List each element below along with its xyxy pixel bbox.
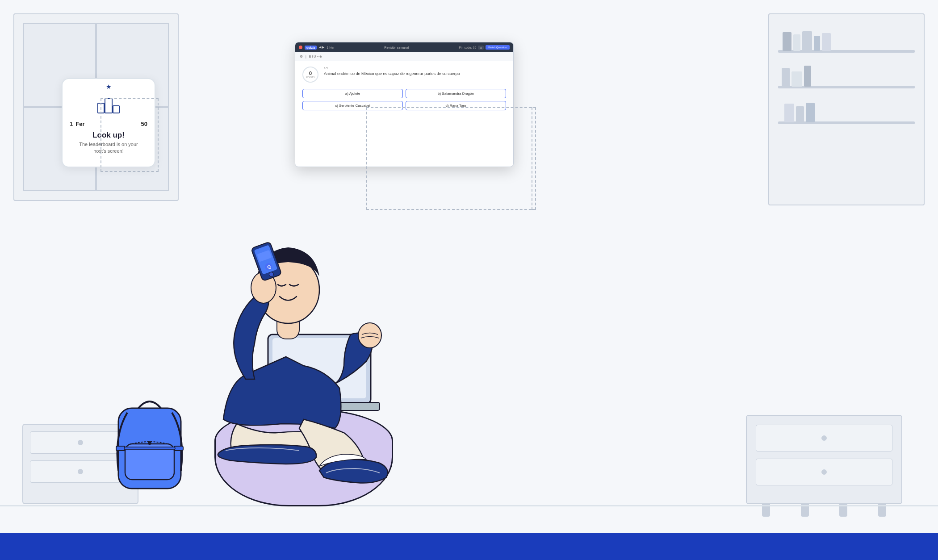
dresser-knob-bottom (821, 469, 827, 475)
book-1 (783, 32, 791, 51)
option-a[interactable]: a) Ajolote (302, 89, 403, 98)
rank-number: 1 (70, 121, 73, 127)
toolbar-items: B I U ≡ ⊕ (309, 55, 322, 59)
book-3 (802, 31, 812, 51)
book-11 (806, 103, 815, 122)
book-10 (796, 106, 804, 122)
option-a-label: a) Ajolote (345, 92, 360, 96)
option-b[interactable]: b) Salamandra Dragón (406, 89, 506, 98)
titlebar-left: quiziz ◀ ▶ 1 Ner (299, 46, 335, 50)
quiz-title: Revisión semanal (384, 46, 409, 49)
option-c-label: c) Serpiente Cascabel (335, 104, 370, 108)
dresser-right (746, 415, 902, 504)
book-9 (784, 104, 794, 122)
book-5 (822, 33, 831, 51)
timer-circle: 0 POINTS (302, 67, 318, 83)
question-area: 1/1 Animal endémico de México que es cap… (324, 67, 506, 77)
grid-btn[interactable]: ⊞ (478, 46, 484, 50)
bookshelf-area (778, 23, 915, 196)
person-illustration: Q (147, 160, 406, 509)
quiz-toolbar: ⚙ | B I U ≡ ⊕ (295, 52, 513, 61)
dresser-left-knob-2 (78, 469, 83, 474)
dresser-knob-top (821, 435, 827, 441)
dresser-drawer-top (756, 425, 892, 451)
star-icon: ★ (106, 83, 112, 90)
titlebar-nav: ◀ ▶ (319, 46, 324, 49)
window-frame-right (768, 13, 925, 205)
toolbar-separator: | (306, 55, 306, 58)
question-number: 1/1 (324, 67, 506, 70)
titlebar-center: Revisión semanal (384, 46, 409, 49)
svg-rect-3 (116, 446, 125, 451)
question-text: Animal endémico de México que es capaz d… (324, 71, 506, 77)
timer-value: 0 (309, 71, 312, 76)
quiz-brand: quiziz (305, 46, 317, 50)
book-8 (804, 66, 811, 87)
option-b-label: b) Salamandra Dragón (438, 92, 474, 96)
book-7 (791, 71, 802, 87)
finish-question-btn[interactable]: Finish Question (486, 45, 510, 50)
dresser-left-knob-1 (78, 440, 83, 445)
svg-rect-13 (254, 245, 278, 274)
bottom-bar (0, 533, 938, 560)
dresser-drawer-bottom (756, 459, 892, 485)
book-4 (814, 36, 820, 51)
book-2 (793, 34, 800, 51)
toolbar-icon: ⚙ (300, 54, 303, 59)
pin-code: Pin code: 65 (459, 46, 476, 49)
timer-label: POINTS (306, 76, 315, 79)
svg-point-18 (358, 323, 381, 348)
timer-row: 0 POINTS 1/1 Animal endémico de México q… (302, 67, 506, 83)
dashed-corner-right (532, 107, 536, 210)
window-close-btn[interactable] (299, 46, 302, 49)
book-6 (782, 68, 790, 87)
titlebar-right: Pin code: 65 ⊞ Finish Question (459, 45, 510, 50)
titlebar-ner: 1 Ner (327, 46, 334, 49)
quiz-titlebar: quiziz ◀ ▶ 1 Ner Revisión semanal Pin co… (295, 42, 513, 52)
